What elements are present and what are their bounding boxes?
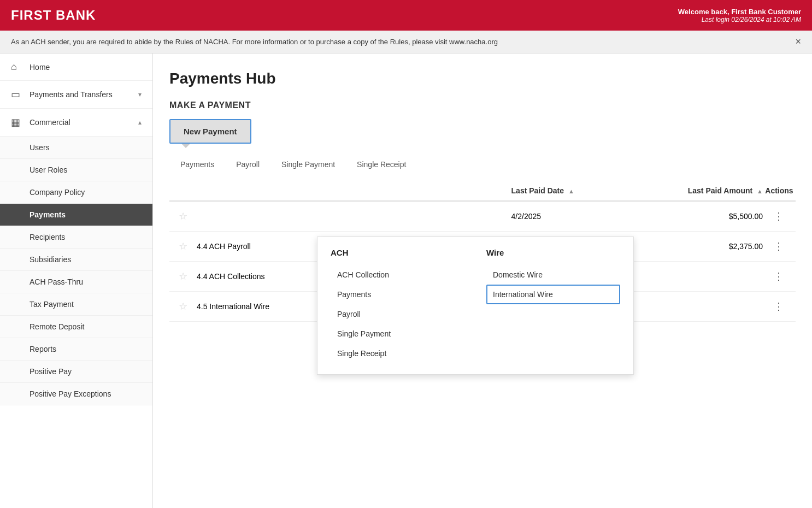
sidebar: ⌂ Home ▭ Payments and Transfers ▾ ▦ Comm…	[0, 54, 153, 508]
sidebar-item-commercial[interactable]: ▦ Commercial ▴	[0, 109, 152, 137]
dropdown-payroll[interactable]: Payroll	[331, 304, 464, 324]
payment-type-dropdown: ACH ACH Collection Payments Payroll Sing…	[317, 237, 634, 375]
dropdown-single-receipt[interactable]: Single Receipt	[331, 344, 464, 363]
sidebar-item-subsidiaries[interactable]: Subsidiaries	[0, 249, 152, 271]
row-name: 4.5 International Wire	[197, 302, 322, 311]
tab-single-payment[interactable]: Single Payment	[270, 155, 346, 175]
row-actions[interactable]: ⋮	[763, 210, 796, 222]
row-name: 4.4 ACH Collections	[197, 272, 322, 281]
sidebar-item-payments-transfers[interactable]: ▭ Payments and Transfers ▾	[0, 81, 152, 109]
tabs-row: Payments Payroll Single Payment Single R…	[169, 155, 796, 175]
sidebar-item-recipients[interactable]: Recipients	[0, 226, 152, 249]
commercial-icon: ▦	[11, 116, 23, 128]
sidebar-item-company-policy[interactable]: Company Policy	[0, 181, 152, 204]
row-actions[interactable]: ⋮	[763, 300, 796, 312]
wire-column-header: Wire	[486, 248, 620, 257]
row-date: 4/2/2025	[511, 212, 637, 221]
star-icon[interactable]: ☆	[179, 301, 187, 312]
star-icon[interactable]: ☆	[179, 271, 187, 282]
sidebar-item-users[interactable]: Users	[0, 137, 152, 159]
tab-payments[interactable]: Payments	[169, 155, 225, 175]
sidebar-item-positive-pay-exceptions[interactable]: Positive Pay Exceptions	[0, 383, 152, 405]
section-title: MAKE A PAYMENT	[169, 101, 796, 110]
sidebar-item-home[interactable]: ⌂ Home	[0, 54, 152, 81]
main-area: Payments Hub MAKE A PAYMENT New Payment …	[153, 54, 812, 508]
table-row: ☆ 4/2/2025 $5,500.00 ⋮	[169, 202, 796, 232]
main-layout: ⌂ Home ▭ Payments and Transfers ▾ ▦ Comm…	[0, 54, 812, 508]
notice-bar: As an ACH sender, you are required to ab…	[0, 31, 812, 54]
bank-logo: FIRST BANK	[11, 8, 96, 23]
star-icon[interactable]: ☆	[179, 241, 187, 252]
more-actions-icon[interactable]: ⋮	[774, 241, 785, 252]
welcome-text: Welcome back, First Bank Customer	[678, 8, 801, 16]
more-actions-icon[interactable]: ⋮	[774, 271, 785, 282]
dropdown-ach-collection[interactable]: ACH Collection	[331, 265, 464, 285]
star-cell[interactable]: ☆	[169, 300, 197, 312]
dropdown-payments[interactable]: Payments	[331, 285, 464, 304]
star-cell[interactable]: ☆	[169, 270, 197, 282]
sidebar-item-payments[interactable]: Payments	[0, 204, 152, 226]
wire-column: Wire Domestic Wire International Wire	[486, 248, 620, 363]
sidebar-item-remote-deposit[interactable]: Remote Deposit	[0, 316, 152, 338]
tab-single-receipt[interactable]: Single Receipt	[346, 155, 417, 175]
col-header-actions: Actions	[763, 186, 796, 195]
sort-icon-date: ▲	[568, 188, 574, 194]
sidebar-item-ach-pass-thru[interactable]: ACH Pass-Thru	[0, 271, 152, 293]
new-payment-button[interactable]: New Payment	[169, 119, 251, 144]
sidebar-item-label: Home	[30, 63, 142, 72]
star-cell[interactable]: ☆	[169, 210, 197, 222]
sidebar-item-tax-payment[interactable]: Tax Payment	[0, 293, 152, 316]
dropdown-international-wire[interactable]: International Wire	[486, 285, 620, 304]
col-header-amount[interactable]: Last Paid Amount ▲	[637, 186, 763, 195]
page-title: Payments Hub	[169, 70, 796, 87]
notice-text: As an ACH sender, you are required to ab…	[11, 38, 498, 46]
col-header-date[interactable]: Last Paid Date ▲	[511, 186, 637, 195]
sort-icon-amount: ▲	[757, 188, 763, 194]
sidebar-item-label: Commercial	[30, 118, 132, 127]
notice-close-button[interactable]: ×	[795, 36, 801, 48]
payments-icon: ▭	[11, 88, 23, 101]
ach-column-header: ACH	[331, 248, 464, 257]
row-amount: $5,500.00	[637, 212, 763, 221]
sidebar-item-label: Payments and Transfers	[30, 90, 132, 99]
last-login-text: Last login 02/26/2024 at 10:02 AM	[678, 16, 801, 23]
star-cell[interactable]: ☆	[169, 240, 197, 252]
sidebar-item-reports[interactable]: Reports	[0, 338, 152, 361]
dropdown-single-payment[interactable]: Single Payment	[331, 324, 464, 344]
ach-column: ACH ACH Collection Payments Payroll Sing…	[331, 248, 464, 363]
tab-payroll[interactable]: Payroll	[225, 155, 270, 175]
more-actions-icon[interactable]: ⋮	[774, 211, 785, 222]
more-actions-icon[interactable]: ⋮	[774, 301, 785, 312]
user-info: Welcome back, First Bank Customer Last l…	[678, 8, 801, 23]
sidebar-item-positive-pay[interactable]: Positive Pay	[0, 361, 152, 383]
row-actions[interactable]: ⋮	[763, 240, 796, 252]
dropdown-domestic-wire[interactable]: Domestic Wire	[486, 265, 620, 285]
row-actions[interactable]: ⋮	[763, 270, 796, 282]
dropdown-columns: ACH ACH Collection Payments Payroll Sing…	[331, 248, 620, 363]
chevron-down-icon: ▾	[138, 91, 142, 98]
app-header: FIRST BANK Welcome back, First Bank Cust…	[0, 0, 812, 31]
chevron-up-icon: ▴	[138, 119, 142, 126]
table-header: Last Paid Date ▲ Last Paid Amount ▲ Acti…	[169, 181, 796, 202]
sidebar-item-user-roles[interactable]: User Roles	[0, 159, 152, 181]
star-icon[interactable]: ☆	[179, 211, 187, 222]
row-name: 4.4 ACH Payroll	[197, 242, 322, 251]
home-icon: ⌂	[11, 61, 23, 73]
row-amount: $2,375.00	[637, 242, 763, 251]
